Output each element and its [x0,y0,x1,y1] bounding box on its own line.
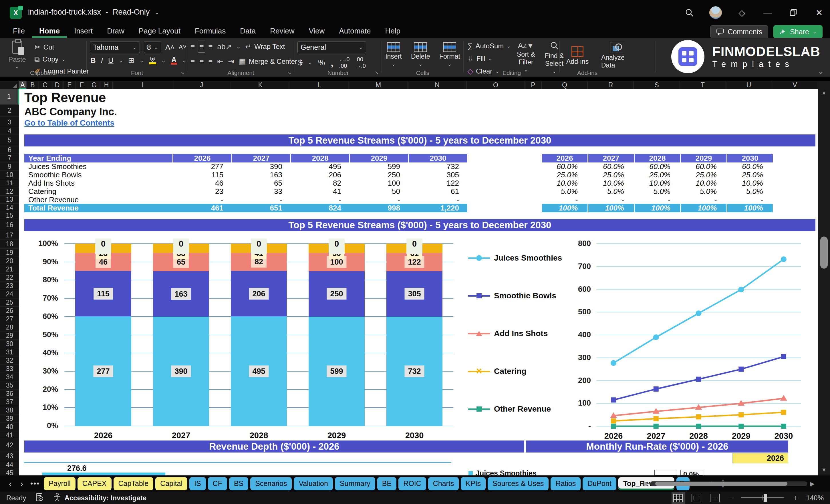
row-header-43[interactable]: 43 [0,451,19,461]
row-header-10[interactable]: 10 [0,171,19,179]
year-header-2026[interactable]: 2026 [172,154,231,162]
legend-item[interactable]: Juices Smoothies [468,254,562,262]
fill-button[interactable]: ⇩Fill⌄ [467,53,511,64]
row-header-14[interactable]: 14 [0,204,19,212]
borders-button[interactable]: ⊞ [128,56,134,65]
grow-font-button[interactable]: A˄ [165,43,175,52]
row-header-35[interactable]: 35 [0,381,19,389]
page-layout-view-icon[interactable] [692,494,701,502]
sheet-tab-capex[interactable]: CAPEX [77,477,111,490]
pct-value[interactable]: 60.0% [727,162,773,171]
row-header-11[interactable]: 11 [0,179,19,187]
year-header-2029[interactable]: 2029 [349,154,408,162]
normal-view-icon[interactable] [673,494,683,502]
zoom-slider-thumb[interactable] [764,494,767,502]
comments-button[interactable]: Comments [710,25,768,38]
scroll-right-icon[interactable]: ▶ [810,480,815,487]
cell-value[interactable]: 50 [349,187,408,196]
column-header-P[interactable]: P [525,81,542,89]
align-top-icon[interactable]: ≡ [190,42,195,51]
year-header-2030[interactable]: 2030 [408,154,467,162]
ribbon-tab-insert[interactable]: Insert [67,26,100,38]
ribbon-tab-page-layout[interactable]: Page Layout [132,26,188,38]
sheet-tab-scenarios[interactable]: Scenarios [250,477,292,490]
column-header-E[interactable]: E [63,81,76,89]
row-header-9[interactable]: 9 [0,162,19,171]
page-break-view-icon[interactable] [710,494,720,502]
shrink-font-button[interactable]: A˅ [179,43,187,51]
row-header-37[interactable]: 37 [0,398,19,406]
sheet-tab-kpis[interactable]: KPIs [461,477,486,490]
percent-format-button[interactable]: % [318,58,325,67]
stacked-bar-chart[interactable]: 100%90%80%70%60%50%40%30%20%10%0%2771154… [24,238,561,442]
row-header-33[interactable]: 33 [0,365,19,373]
restore-button[interactable] [788,7,799,18]
analyze-data-button[interactable]: Analyze Data [601,42,633,69]
column-header-J[interactable]: J [172,81,231,89]
sheet-tab-payroll[interactable]: Payroll [44,477,75,490]
pct-value[interactable]: 5.0% [727,187,773,196]
row-header-6[interactable]: 6 [0,147,19,154]
zoom-level[interactable]: 140% [806,494,824,502]
sheet-nav-next-icon[interactable]: › [17,479,26,489]
row-header-40[interactable]: 40 [0,423,19,431]
row-label[interactable]: Smoothie Bowls [24,171,172,179]
italic-button[interactable]: I [101,56,103,65]
pct-total-value[interactable]: 100% [727,204,773,212]
cell-value[interactable]: 61 [408,187,467,196]
row-header-28[interactable]: 28 [0,323,19,332]
sheet-tab-ratios[interactable]: Ratios [550,477,581,490]
pct-value[interactable]: 5.0% [634,187,680,196]
cell-value[interactable]: - [290,196,349,204]
cell-value[interactable]: 390 [231,162,290,171]
cell-value[interactable]: 250 [349,171,408,179]
row-header-7[interactable]: 7 [0,154,19,162]
fill-color-button[interactable]: ⛨ [149,57,156,64]
sheet-nav-more-icon[interactable]: ••• [29,479,41,488]
row-header-24[interactable]: 24 [0,290,19,298]
pct-total-value[interactable]: 100% [680,204,727,212]
column-header-L[interactable]: L [290,81,349,89]
cell-value[interactable]: 305 [408,171,467,179]
wrap-text-button[interactable]: ↵Wrap Text [245,41,285,52]
sheet-tab-bs[interactable]: BS [229,477,248,490]
cell-value[interactable]: 100 [349,179,408,187]
vertical-scroll-thumb[interactable] [820,237,828,269]
pct-value[interactable]: - [727,196,773,204]
cell-value[interactable]: - [231,196,290,204]
underline-button[interactable]: U [108,56,114,65]
dialog-launcher-icon[interactable]: ↘ [375,70,379,76]
pct-value[interactable]: 10.0% [542,179,587,187]
table-of-contents-link[interactable]: Go to Table of Contents [24,119,115,128]
total-value[interactable]: 998 [349,204,408,212]
row-header-19[interactable]: 19 [0,249,19,257]
row-header-29[interactable]: 29 [0,332,19,340]
row-header-44[interactable]: 44 [0,461,19,469]
pct-value[interactable]: 25.0% [587,171,634,179]
row-header-38[interactable]: 38 [0,406,19,414]
cut-button[interactable]: ✂Cut [34,42,89,53]
align-bottom-icon[interactable]: ≡ [208,42,213,51]
row-header-16[interactable]: 16 [0,219,19,231]
row-header-41[interactable]: 41 [0,431,19,439]
cell-value[interactable]: - [172,196,231,204]
pct-year-header-2029[interactable]: 2029 [680,154,727,162]
pct-value[interactable]: - [680,196,727,204]
total-value[interactable]: 461 [172,204,231,212]
pct-value[interactable]: - [634,196,680,204]
zoom-in-icon[interactable]: + [793,494,797,503]
row-header-18[interactable]: 18 [0,240,19,249]
ribbon-tab-file[interactable]: File [6,26,32,38]
column-header-G[interactable]: G [88,81,100,89]
orientation-icon[interactable]: ab↗ [217,42,232,51]
ribbon-tab-formulas[interactable]: Formulas [188,26,233,38]
pct-year-header-2026[interactable]: 2026 [542,154,587,162]
dialog-launcher-icon[interactable]: ↘ [287,70,291,76]
sheet-tab-summary[interactable]: Summary [335,477,375,490]
legend-item[interactable]: Other Revenue [468,405,551,413]
zoom-out-icon[interactable]: − [728,494,733,503]
cell-value[interactable]: 115 [172,171,231,179]
row-header-2[interactable]: 2 [0,105,19,117]
search-icon[interactable] [683,7,695,18]
column-header-U[interactable]: U [726,81,772,89]
